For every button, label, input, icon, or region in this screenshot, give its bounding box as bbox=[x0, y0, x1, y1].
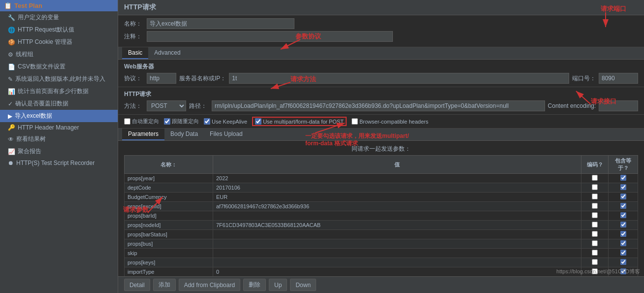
server-input[interactable] bbox=[229, 73, 569, 84]
include-eq-checkbox[interactable] bbox=[620, 250, 626, 256]
encoded-checkbox[interactable] bbox=[592, 250, 598, 256]
param-name-cell: skip bbox=[125, 249, 213, 258]
include-eq-checkbox[interactable] bbox=[620, 222, 626, 228]
protocol-input[interactable] bbox=[147, 73, 176, 84]
agg-icon: 📈 bbox=[8, 148, 15, 155]
param-encoded-cell bbox=[581, 183, 609, 193]
sub-tabs-bar: Parameters Body Data Files Upload bbox=[118, 129, 644, 141]
thread-icon: ⚙ bbox=[8, 51, 13, 58]
down-button[interactable]: Down bbox=[290, 279, 316, 291]
tab-basic[interactable]: Basic bbox=[122, 47, 148, 59]
param-value-cell bbox=[213, 239, 581, 249]
follow-redirect-checkbox[interactable] bbox=[164, 118, 170, 125]
comment-input[interactable] bbox=[147, 31, 393, 42]
multipart-checkbox[interactable] bbox=[255, 118, 261, 125]
encoded-checkbox[interactable] bbox=[592, 222, 598, 228]
param-include-eq-cell bbox=[609, 183, 638, 193]
auto-redirect-checkbox[interactable] bbox=[124, 118, 130, 125]
content-encoding-input[interactable] bbox=[599, 100, 638, 111]
name-input[interactable] bbox=[147, 18, 294, 29]
encoded-checkbox[interactable] bbox=[592, 175, 598, 181]
include-eq-checkbox[interactable] bbox=[620, 175, 626, 181]
table-row: props[year] 2022 bbox=[125, 174, 638, 183]
port-label: 端口号： bbox=[572, 74, 596, 83]
sub-tab-files-upload[interactable]: Files Upload bbox=[204, 129, 249, 140]
param-value-cell: 7F61CD3497803AC3E0533B68120AACAB bbox=[213, 221, 581, 230]
detail-button[interactable]: Detail bbox=[124, 279, 150, 291]
recorder-icon: ⏺ bbox=[8, 160, 14, 166]
param-encoded-cell bbox=[581, 202, 609, 211]
encoded-checkbox[interactable] bbox=[592, 212, 598, 218]
param-name-cell: props[year] bbox=[125, 174, 213, 183]
path-input[interactable] bbox=[212, 100, 545, 111]
param-value-cell bbox=[213, 258, 581, 267]
delete-button[interactable]: 删除 bbox=[243, 279, 266, 291]
include-eq-checkbox[interactable] bbox=[620, 212, 626, 218]
param-include-eq-cell bbox=[609, 239, 638, 249]
follow-redirect-checkbox-item[interactable]: 跟随重定向 bbox=[164, 118, 199, 125]
sidebar-item-confirm-cover[interactable]: ✓ 确认是否覆盖旧数据 bbox=[0, 98, 118, 110]
include-eq-checkbox[interactable] bbox=[620, 194, 626, 199]
http-method-section: HTTP请求 方法： POST GET PUT DELETE 路径： Conte… bbox=[118, 87, 644, 115]
sidebar: 📋 Test Plan 🔧 用户定义的变量 🌐 HTTP Request默认值 … bbox=[0, 0, 118, 293]
table-row: props[barStatus] bbox=[125, 230, 638, 239]
param-include-eq-cell bbox=[609, 193, 638, 202]
tab-advanced[interactable]: Advanced bbox=[148, 47, 186, 59]
http-defaults-icon: 🌐 bbox=[8, 27, 15, 33]
sidebar-item-user-vars[interactable]: 🔧 用户定义的变量 bbox=[0, 11, 118, 24]
browser-headers-checkbox[interactable] bbox=[352, 118, 358, 125]
port-input[interactable] bbox=[599, 73, 638, 84]
method-select[interactable]: POST GET PUT DELETE bbox=[147, 100, 186, 111]
sidebar-item-https-recorder[interactable]: ⏺ HTTP(S) Test Script Recorder bbox=[0, 158, 118, 168]
sidebar-item-http-header[interactable]: 🔑 HTTP Header Manager bbox=[0, 122, 118, 133]
include-eq-checkbox[interactable] bbox=[620, 259, 626, 265]
col-include-eq-header: 包含等于？ bbox=[609, 156, 638, 174]
encoded-checkbox[interactable] bbox=[592, 203, 598, 209]
include-eq-checkbox[interactable] bbox=[620, 203, 626, 209]
sidebar-item-view-results[interactable]: 👁 察看结果树 bbox=[0, 133, 118, 145]
sidebar-item-http-defaults[interactable]: 🌐 HTTP Request默认值 bbox=[0, 24, 118, 36]
encoded-checkbox[interactable] bbox=[592, 194, 598, 199]
sidebar-item-import-excel[interactable]: ▶ 导入excel数据 bbox=[0, 110, 118, 122]
sidebar-item-sys-return[interactable]: ✎ 系统返回入数据版本,此时并未导入 bbox=[0, 73, 118, 85]
keepalive-checkbox[interactable] bbox=[204, 118, 210, 125]
auto-redirect-checkbox-item[interactable]: 自动重定向 bbox=[124, 118, 159, 125]
comment-label: 注释： bbox=[124, 33, 144, 41]
encoded-checkbox[interactable] bbox=[592, 231, 598, 237]
panel-title: HTTP请求 bbox=[118, 0, 644, 15]
table-row: skip bbox=[125, 249, 638, 258]
include-eq-checkbox[interactable] bbox=[620, 240, 626, 246]
browser-headers-checkbox-item[interactable]: Browser-compatible headers bbox=[352, 118, 428, 125]
table-row: props[bus] bbox=[125, 239, 638, 249]
confirm-icon: ✓ bbox=[8, 100, 13, 107]
param-encoded-cell bbox=[581, 174, 609, 183]
param-value-cell: af7f60062819467c927862e3d366b936 bbox=[213, 202, 581, 211]
param-name-cell: props[barId] bbox=[125, 211, 213, 221]
param-encoded-cell bbox=[581, 193, 609, 202]
sidebar-item-thread-group[interactable]: ⚙ 线程组 bbox=[0, 48, 118, 61]
sidebar-item-stat-rows[interactable]: 📊 统计当前页面有多少行数据 bbox=[0, 85, 118, 98]
header-icon: 🔑 bbox=[8, 124, 15, 131]
sidebar-item-cookie[interactable]: 🍪 HTTP Cookie 管理器 bbox=[0, 36, 118, 48]
view-icon: 👁 bbox=[8, 136, 14, 143]
name-label: 名称： bbox=[124, 20, 144, 28]
sub-tab-body-data[interactable]: Body Data bbox=[164, 129, 204, 140]
encoded-checkbox[interactable] bbox=[592, 184, 598, 190]
include-eq-checkbox[interactable] bbox=[620, 184, 626, 190]
up-button[interactable]: Up bbox=[269, 279, 287, 291]
add-button[interactable]: 添加 bbox=[153, 279, 176, 291]
include-eq-checkbox[interactable] bbox=[620, 231, 626, 237]
keepalive-checkbox-item[interactable]: Use KeepAlive bbox=[204, 118, 247, 125]
content-encoding-label: Content encoding: bbox=[548, 102, 596, 109]
sub-tab-parameters[interactable]: Parameters bbox=[122, 129, 164, 140]
stat-icon: 📊 bbox=[8, 88, 15, 95]
encoded-checkbox[interactable] bbox=[592, 259, 598, 265]
encoded-checkbox[interactable] bbox=[592, 240, 598, 246]
sidebar-item-agg-report[interactable]: 📈 聚合报告 bbox=[0, 145, 118, 158]
comment-row: 注释： bbox=[124, 31, 638, 42]
add-clipboard-button[interactable]: Add from Clipboard bbox=[179, 279, 240, 291]
table-row: deptCode 20170106 bbox=[125, 183, 638, 193]
sidebar-item-csv[interactable]: 📄 CSV数据文件设置 bbox=[0, 61, 118, 73]
param-include-eq-cell bbox=[609, 230, 638, 239]
multipart-checkbox-item[interactable]: Use multipart/form-data for POST bbox=[252, 117, 347, 126]
